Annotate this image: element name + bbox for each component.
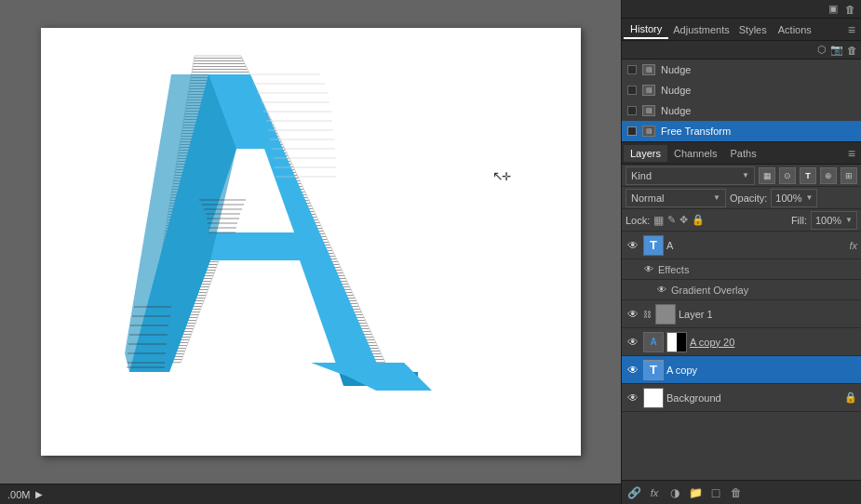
canvas-wrapper: ↖✛ — [0, 0, 621, 484]
layers-menu-icon[interactable]: ≡ — [844, 146, 859, 161]
layers-tabs: Layers Channels Paths ≡ — [622, 142, 861, 165]
history-tabs: History Adjustments Styles Actions ≡ — [622, 19, 861, 41]
kind-icon-shape[interactable]: ⊕ — [820, 167, 837, 184]
layer-item-a-copy-20[interactable]: 👁 A A copy 20 — [622, 328, 861, 356]
lock-label: Lock: — [626, 215, 650, 226]
canvas-document: ↖✛ — [41, 28, 581, 456]
layer-name-a-copy-20: A copy 20 — [690, 337, 857, 348]
layer-name-effects: Effects — [658, 264, 689, 275]
lock-fill-row: Lock: ▦ ✎ ✥ 🔒 Fill: 100% ▼ — [622, 209, 861, 232]
layer-item-effects[interactable]: 👁 Effects — [622, 259, 861, 280]
layer-visibility-effects[interactable]: 👁 — [642, 263, 655, 276]
layer-name-gradient-overlay: Gradient Overlay — [671, 285, 748, 296]
layer-fx-a[interactable]: fx — [849, 240, 857, 251]
blend-mode-dropdown[interactable]: Normal ▼ — [626, 189, 726, 207]
tab-history[interactable]: History — [624, 20, 668, 39]
layer-item-background[interactable]: 👁 Background 🔒 — [622, 384, 861, 412]
history-doc-icon: ▤ — [642, 85, 655, 96]
bottom-folder-icon[interactable]: 📁 — [687, 484, 704, 501]
history-item-label: Free Transform — [661, 126, 731, 137]
bottom-delete-icon[interactable]: 🗑 — [728, 484, 745, 501]
tab-adjustments[interactable]: Adjustments — [668, 21, 734, 38]
lock-icon-lock[interactable]: 🔒 — [692, 214, 705, 226]
layer-visibility-a-copy-20[interactable]: 👁 — [626, 335, 640, 350]
layer-thumb-layer1 — [655, 304, 676, 325]
bottom-link-icon[interactable]: 🔗 — [626, 484, 642, 501]
layer-name-background: Background — [666, 392, 841, 404]
history-checkbox — [627, 65, 637, 74]
history-checkbox — [627, 106, 637, 115]
layer-thumb-a: T — [643, 235, 664, 256]
opacity-label: Opacity: — [730, 192, 767, 204]
layer-lock-background: 🔒 — [844, 391, 857, 404]
history-item[interactable]: ▤ Nudge — [622, 80, 861, 100]
lock-icon-checkerboard[interactable]: ▦ — [653, 214, 664, 227]
layer-visibility-a-copy[interactable]: 👁 — [626, 363, 640, 378]
layer-visibility-a[interactable]: 👁 — [626, 238, 640, 253]
bottom-new-layer-icon[interactable]: □ — [707, 484, 724, 501]
history-snapshot-icon[interactable]: ⬡ — [817, 44, 827, 56]
layer-thumb-a-copy-20-mask — [666, 332, 687, 352]
kind-dropdown[interactable]: Kind ▼ — [626, 166, 755, 185]
history-list: ▤ Nudge ▤ Nudge ▤ Nudge ▤ — [622, 60, 861, 142]
layer-item-a[interactable]: 👁 T A fx — [622, 232, 861, 259]
layers-list: 👁 T A fx 👁 Effects 👁 Gradient Overlay — [622, 232, 861, 480]
history-doc-icon: ▤ — [642, 105, 655, 116]
canvas-area: ↖✛ .00M ▶ — [0, 0, 621, 504]
opacity-input[interactable]: 100% ▼ — [771, 189, 817, 207]
tab-styles[interactable]: Styles — [734, 21, 772, 38]
tab-actions[interactable]: Actions — [772, 21, 818, 38]
history-camera-icon[interactable]: 📷 — [830, 44, 843, 56]
kind-icon-adjust[interactable]: ⊙ — [779, 167, 796, 184]
history-item-active[interactable]: ▤ Free Transform — [622, 121, 861, 141]
letter-a-graphic — [50, 37, 441, 428]
bottom-fx-icon[interactable]: fx — [646, 484, 663, 501]
fill-label: Fill: — [791, 215, 807, 226]
kind-icon-pixel[interactable]: ▦ — [759, 167, 775, 184]
history-doc-icon: ▤ — [642, 64, 655, 75]
history-checkbox — [627, 126, 637, 136]
history-icon-bar: ⬡ 📷 🗑 — [622, 41, 861, 60]
layer-item-layer1[interactable]: 👁 ⛓ Layer 1 — [622, 300, 861, 328]
layer-visibility-layer1[interactable]: 👁 — [626, 307, 640, 322]
layer-thumb-a-copy-20-a: A — [643, 332, 664, 352]
lock-icon-brush[interactable]: ✎ — [667, 214, 676, 226]
history-delete-icon[interactable]: 🗑 — [847, 45, 857, 56]
layer-item-gradient-overlay[interactable]: 👁 Gradient Overlay — [622, 280, 861, 300]
panel-top-icons: ▣ 🗑 — [622, 0, 861, 19]
layers-bottom-bar: 🔗 fx ◑ 📁 □ 🗑 — [622, 480, 861, 504]
layer-item-a-copy[interactable]: 👁 T A copy — [622, 356, 861, 384]
layer-name-layer1: Layer 1 — [679, 309, 857, 320]
blend-opacity-row: Normal ▼ Opacity: 100% ▼ — [622, 187, 861, 209]
layer-visibility-background[interactable]: 👁 — [626, 391, 640, 405]
kind-icon-smart[interactable]: ⊞ — [841, 167, 857, 184]
fill-input[interactable]: 100% ▼ — [811, 211, 857, 230]
layer-link-layer1[interactable]: ⛓ — [643, 310, 652, 319]
tab-layers[interactable]: Layers — [624, 145, 667, 162]
kind-icon-type[interactable]: T — [800, 167, 816, 184]
history-item-label: Nudge — [661, 64, 691, 75]
layer-name-a: A — [666, 240, 846, 251]
history-item[interactable]: ▤ Nudge — [622, 60, 861, 80]
tab-paths[interactable]: Paths — [724, 145, 763, 162]
bottom-adjustment-icon[interactable]: ◑ — [666, 484, 683, 501]
history-doc-icon: ▤ — [642, 126, 655, 137]
right-panel: ▣ 🗑 History Adjustments Styles Actions ≡ — [621, 0, 861, 504]
zoom-level: .00M — [7, 489, 30, 500]
history-menu-icon[interactable]: ≡ — [844, 22, 859, 37]
layer-visibility-gradient[interactable]: 👁 — [655, 284, 668, 297]
panel-icon-trash[interactable]: 🗑 — [845, 4, 855, 15]
history-item[interactable]: ▤ Nudge — [622, 100, 861, 121]
history-item-label: Nudge — [661, 85, 691, 96]
layer-name-a-copy: A copy — [666, 365, 857, 376]
svg-marker-8 — [311, 363, 432, 391]
layer-thumb-background — [643, 388, 664, 408]
layer-thumb-a-copy: T — [643, 360, 664, 380]
history-checkbox — [627, 86, 637, 95]
history-item-label: Nudge — [661, 105, 691, 116]
status-bar: .00M ▶ — [0, 484, 621, 504]
status-arrow[interactable]: ▶ — [35, 489, 43, 499]
panel-icon-1[interactable]: ▣ — [828, 3, 838, 15]
tab-channels[interactable]: Channels — [667, 145, 723, 162]
lock-icon-move[interactable]: ✥ — [679, 214, 688, 226]
